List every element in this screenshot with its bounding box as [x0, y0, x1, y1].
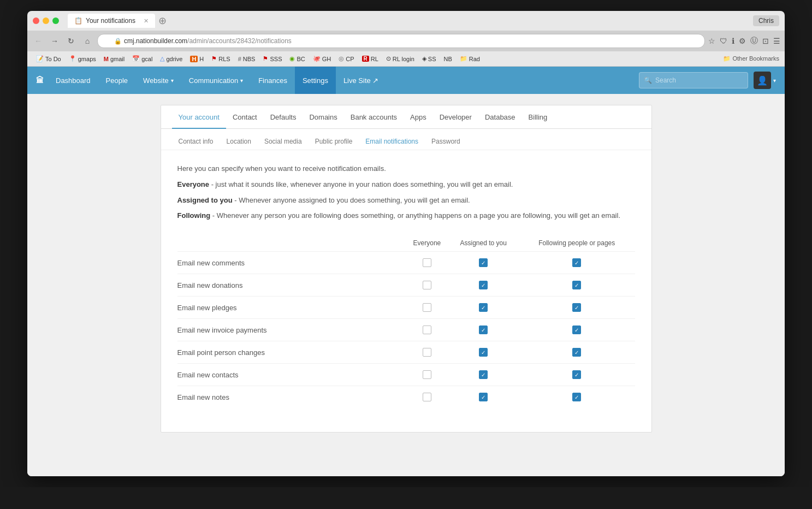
- cb-assigned[interactable]: ✓: [448, 364, 519, 386]
- refresh-button[interactable]: ↻: [64, 34, 78, 48]
- bookmark-ss[interactable]: ◈ SS: [419, 54, 440, 63]
- cb-assigned[interactable]: ✓: [448, 386, 519, 409]
- checkbox-following-point-person[interactable]: ✓: [572, 348, 581, 357]
- bookmark-sss[interactable]: ⚑ SSS: [259, 54, 285, 63]
- checkbox-assigned-new-donations[interactable]: ✓: [479, 281, 488, 289]
- tab-developer[interactable]: Developer: [433, 105, 478, 129]
- bookmark-gdrive[interactable]: △ gdrive: [157, 54, 186, 63]
- nav-item-dashboard[interactable]: Dashboard: [48, 67, 98, 94]
- checkbox-following-invoice-payments[interactable]: ✓: [572, 325, 581, 334]
- maximize-button[interactable]: [52, 17, 59, 24]
- checkbox-following-new-donations[interactable]: ✓: [572, 281, 581, 289]
- cb-following[interactable]: ✓: [519, 364, 635, 386]
- checkbox-everyone-new-contacts[interactable]: [423, 370, 431, 379]
- tab-domains[interactable]: Domains: [303, 105, 343, 129]
- checkbox-everyone-invoice-payments[interactable]: [423, 325, 431, 334]
- new-tab-button[interactable]: ⊕: [155, 15, 170, 27]
- bookmark-cp[interactable]: ◎ CP: [335, 54, 357, 63]
- checkbox-assigned-new-contacts[interactable]: ✓: [479, 370, 488, 379]
- tab-defaults[interactable]: Defaults: [264, 105, 303, 129]
- checkbox-everyone-new-pledges[interactable]: [423, 303, 431, 312]
- info-icon[interactable]: ℹ: [732, 37, 734, 45]
- checkbox-everyone-new-donations[interactable]: [423, 281, 431, 289]
- tab-email-notifications[interactable]: Email notifications: [359, 133, 425, 150]
- tab-contact[interactable]: Contact: [226, 105, 264, 129]
- cb-assigned[interactable]: ✓: [448, 341, 519, 364]
- cb-assigned[interactable]: ✓: [448, 252, 519, 274]
- bookmark-h[interactable]: H H: [187, 55, 207, 63]
- cb-following[interactable]: ✓: [519, 252, 635, 274]
- bookmark-bc[interactable]: ◉ BC: [286, 54, 308, 63]
- checkbox-following-new-notes[interactable]: ✓: [572, 393, 581, 401]
- extension-icon[interactable]: Ⓤ: [750, 36, 758, 46]
- tab-bank-accounts[interactable]: Bank accounts: [344, 105, 404, 129]
- checkbox-assigned-new-pledges[interactable]: ✓: [479, 303, 488, 312]
- nav-avatar[interactable]: 👤: [754, 72, 771, 89]
- cb-everyone[interactable]: [406, 319, 448, 341]
- checkbox-assigned-new-notes[interactable]: ✓: [479, 393, 488, 401]
- checkbox-following-new-pledges[interactable]: ✓: [572, 303, 581, 312]
- checkbox-assigned-point-person[interactable]: ✓: [479, 348, 488, 357]
- active-tab[interactable]: 📋 Your notifications ✕: [68, 14, 155, 28]
- cb-everyone[interactable]: [406, 297, 448, 319]
- bookmark-gmaps[interactable]: 📍 gmaps: [66, 54, 99, 63]
- bookmark-rad[interactable]: 📁 Rad: [457, 54, 483, 63]
- cb-assigned[interactable]: ✓: [448, 274, 519, 297]
- forward-button[interactable]: →: [48, 34, 61, 48]
- cast-icon[interactable]: ⊡: [762, 37, 769, 45]
- url-bar[interactable]: 🔒 cmj.nationbuilder.com/admin/accounts/2…: [97, 34, 705, 48]
- checkbox-everyone-new-notes[interactable]: [423, 393, 431, 401]
- nav-item-website[interactable]: Website ▾: [135, 67, 181, 94]
- nav-item-people[interactable]: People: [98, 67, 135, 94]
- cb-following[interactable]: ✓: [519, 341, 635, 364]
- tab-contact-info[interactable]: Contact info: [172, 133, 220, 150]
- cb-everyone[interactable]: [406, 364, 448, 386]
- checkbox-everyone-new-comments[interactable]: [423, 258, 431, 267]
- checkbox-assigned-new-comments[interactable]: ✓: [479, 258, 488, 267]
- bookmark-todo[interactable]: 📝 To Do: [33, 54, 64, 63]
- bookmark-rls[interactable]: ⚑ RLS: [208, 54, 233, 63]
- bookmark-gcal[interactable]: 📅 gcal: [129, 54, 156, 63]
- minimize-button[interactable]: [43, 17, 49, 24]
- menu-icon[interactable]: ☰: [773, 37, 780, 45]
- bookmark-gmail[interactable]: M gmail: [100, 55, 128, 63]
- tab-database[interactable]: Database: [478, 105, 522, 129]
- back-button[interactable]: ←: [32, 34, 45, 48]
- close-button[interactable]: [33, 17, 39, 24]
- cb-following[interactable]: ✓: [519, 386, 635, 409]
- settings-icon[interactable]: ⚙: [739, 37, 746, 45]
- checkbox-assigned-invoice-payments[interactable]: ✓: [479, 325, 488, 334]
- cb-everyone[interactable]: [406, 274, 448, 297]
- cb-assigned[interactable]: ✓: [448, 319, 519, 341]
- tab-close-button[interactable]: ✕: [144, 17, 149, 25]
- nav-item-finances[interactable]: Finances: [251, 67, 295, 94]
- bookmark-nbs[interactable]: # NBS: [235, 55, 259, 63]
- other-bookmarks[interactable]: 📁 Other Bookmarks: [723, 55, 779, 62]
- bookmark-rl-login[interactable]: ⊙ RL login: [383, 54, 418, 63]
- star-icon[interactable]: ☆: [708, 37, 715, 45]
- tab-social-media[interactable]: Social media: [258, 133, 309, 150]
- tab-your-account[interactable]: Your account: [172, 105, 226, 129]
- cb-everyone[interactable]: [406, 252, 448, 274]
- checkbox-following-new-contacts[interactable]: ✓: [572, 370, 581, 379]
- cb-following[interactable]: ✓: [519, 274, 635, 297]
- bookmark-gh[interactable]: 🐙 GH: [310, 54, 335, 63]
- cb-assigned[interactable]: ✓: [448, 297, 519, 319]
- avatar-dropdown-icon[interactable]: ▾: [773, 78, 776, 84]
- nav-item-communication[interactable]: Communication ▾: [181, 67, 251, 94]
- tab-password[interactable]: Password: [425, 133, 467, 150]
- tab-public-profile[interactable]: Public profile: [309, 133, 359, 150]
- checkbox-everyone-point-person[interactable]: [423, 348, 431, 357]
- tab-apps[interactable]: Apps: [404, 105, 433, 129]
- bookmark-rl[interactable]: R RL: [359, 55, 382, 63]
- tab-billing[interactable]: Billing: [522, 105, 554, 129]
- nav-logo[interactable]: 🏛: [36, 76, 44, 85]
- cb-following[interactable]: ✓: [519, 297, 635, 319]
- cb-everyone[interactable]: [406, 341, 448, 364]
- nav-search-input[interactable]: [655, 76, 743, 84]
- home-button[interactable]: ⌂: [81, 34, 94, 48]
- tab-location[interactable]: Location: [220, 133, 258, 150]
- bookmark-nb[interactable]: NB: [440, 55, 455, 63]
- cb-everyone[interactable]: [406, 386, 448, 409]
- nav-search-box[interactable]: 🔍: [639, 72, 748, 88]
